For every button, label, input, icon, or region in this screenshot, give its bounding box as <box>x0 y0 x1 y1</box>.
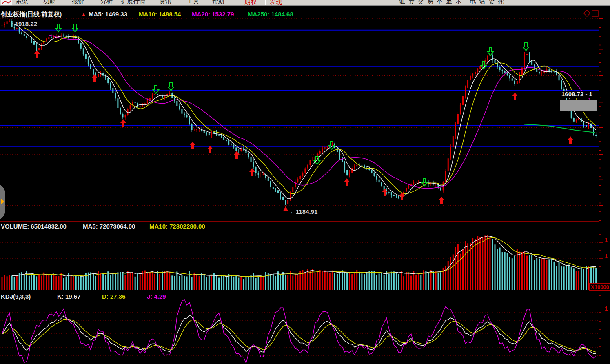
app-logo-icon[interactable] <box>1 0 12 5</box>
low-marker-icon <box>283 206 288 211</box>
buy-arrow-icon <box>344 178 350 186</box>
crosshair-price-tooltip: 1608.72 - 1 <box>561 91 600 98</box>
chart-canvas[interactable] <box>0 0 610 364</box>
kdj-d-value: D: 27.36 <box>102 293 126 300</box>
kdj-j-value: J: 4.29 <box>147 293 166 300</box>
buy-arrow-icon <box>512 93 518 100</box>
buy-arrow-icon <box>568 136 573 144</box>
volume-multiplier-label: X10000 <box>589 283 610 291</box>
menu-item-red-1[interactable]: 发现 <box>265 0 286 6</box>
axis-label-partial: 1 <box>605 237 608 243</box>
menu-item-3[interactable]: 分析 <box>100 0 113 5</box>
volume-ma10-value: MA10: 72302280.00 <box>149 223 205 230</box>
split-window-button-icon[interactable] <box>592 11 598 16</box>
buy-arrow-icon <box>382 189 388 196</box>
volume-value: VOLUME: 65014832.00 <box>1 223 67 230</box>
sidebar-expand-tab[interactable] <box>0 184 5 220</box>
menu-item-4[interactable]: 扩展行情 <box>121 0 145 5</box>
sell-arrow-icon <box>523 43 529 51</box>
gridlines <box>0 19 599 356</box>
buy-arrow-icon <box>249 168 255 176</box>
volume-bars <box>2 235 597 290</box>
low-price-label: ←1184.91 <box>290 208 317 215</box>
menu-item-2[interactable]: 报价 <box>72 0 84 5</box>
menu-item-1[interactable]: 功能 <box>43 0 55 5</box>
menu-item-5[interactable]: 资讯 <box>159 0 171 5</box>
kdj-indicator-name: KDJ(9,3,3) <box>1 293 31 300</box>
buy-arrow-icon <box>190 142 195 149</box>
ma5-value: MA5: 1469.33 <box>89 11 127 18</box>
menubar: 证券交易不显示 电话委托 系统功能报价分析扩展行情资讯工具帮助期权发现 <box>0 0 610 6</box>
menu-item-7[interactable]: 帮助 <box>212 0 224 5</box>
diamond-button-icon[interactable] <box>584 10 590 17</box>
kdj-k-value: K: 19.67 <box>57 293 81 300</box>
sell-arrow-icon <box>168 83 174 91</box>
chart-toolbar <box>584 10 598 17</box>
app-window: 证券交易不显示 电话委托 系统功能报价分析扩展行情资讯工具帮助期权发现 创业板指… <box>0 0 610 364</box>
kdj-lines <box>2 300 596 363</box>
ma20-value: MA20: 1532.79 <box>192 11 234 18</box>
sell-arrow-icon <box>55 24 61 32</box>
ma10-value: MA10: 1488.54 <box>139 11 181 18</box>
high-price-label: ~1918.22 <box>11 20 37 27</box>
highlight-box <box>560 100 597 111</box>
buy-arrow-icon <box>92 74 98 82</box>
menu-item-6[interactable]: 工具 <box>187 0 199 5</box>
ma250-value: MA250: 1484.68 <box>248 11 293 18</box>
candles <box>2 19 597 206</box>
volume-ma5-value: MA5: 72073064.00 <box>83 223 135 230</box>
chart-title: 创业板指(日线.前复权) <box>1 11 62 18</box>
axis-label-partial: 1 <box>605 305 608 312</box>
menu-item-0[interactable]: 系统 <box>16 0 28 5</box>
buy-arrow-icon <box>207 146 213 153</box>
sell-arrow-icon <box>72 24 78 32</box>
ma-lines <box>12 24 596 199</box>
menu-item-red-0[interactable]: 期权 <box>240 0 261 6</box>
axis-label-partial: 1 <box>605 253 608 260</box>
buy-arrow-icon <box>439 197 444 204</box>
trade-signals <box>34 24 573 211</box>
trend-up-icon: ▲ <box>81 11 87 18</box>
menubar-status-text: 证券交易不显示 电话委托 <box>399 0 507 5</box>
sell-arrow-icon <box>153 86 159 93</box>
